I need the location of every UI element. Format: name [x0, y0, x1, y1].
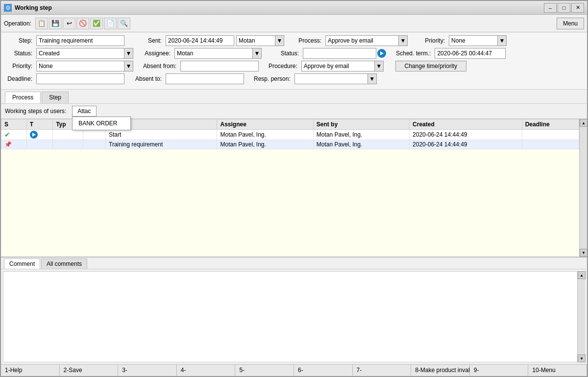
- row1-t: [26, 130, 53, 140]
- form-row-1: Step: Sent: ▼ Process: ▼ Priority: ▼: [5, 35, 583, 46]
- close-button[interactable]: ✕: [571, 3, 584, 13]
- toolbar-btn-4[interactable]: 🚫: [76, 18, 89, 29]
- row1-created: 2020-06-24 14:44:49: [410, 130, 522, 140]
- all-comments-tab[interactable]: All comments: [41, 259, 87, 269]
- row1-s: ✔: [1, 130, 27, 140]
- table-section: S T Typ Pt Name Assignee Sent by Created…: [1, 119, 587, 257]
- status-4[interactable]: 4-: [177, 365, 236, 376]
- col-created: Created: [410, 119, 522, 130]
- assignee-field: ▼: [174, 48, 262, 59]
- resp-person-input[interactable]: [294, 73, 368, 84]
- row2-s: 📌: [1, 140, 27, 149]
- scroll-track[interactable]: [580, 127, 587, 249]
- assignee-input[interactable]: [174, 48, 253, 59]
- absent-to-input[interactable]: [166, 73, 244, 84]
- row2-pt: [83, 140, 105, 149]
- priority-field: ▼: [449, 35, 507, 46]
- minimize-button[interactable]: –: [544, 3, 557, 13]
- row2-assignee: Motan Pavel, Ing.: [217, 140, 313, 149]
- menu-button[interactable]: Menu: [557, 18, 584, 29]
- status-6[interactable]: 6-: [294, 365, 353, 376]
- form-area: Step: Sent: ▼ Process: ▼ Priority: ▼ Sta…: [1, 32, 587, 90]
- comment-textarea[interactable]: [3, 271, 585, 362]
- comment-scroll-up[interactable]: ▲: [578, 271, 586, 279]
- procedure-input[interactable]: [301, 61, 375, 71]
- toolbar-btn-6[interactable]: 📄: [104, 18, 117, 29]
- status-input[interactable]: [36, 48, 124, 59]
- row2-deadline: [522, 140, 579, 149]
- row2-name: Training requirement: [106, 140, 217, 149]
- toolbar-btn-1[interactable]: 📋: [35, 18, 48, 29]
- check-icon: ✔: [4, 131, 10, 139]
- status-1-help[interactable]: 1-Help: [1, 365, 60, 376]
- attach-tab[interactable]: Attac: [72, 106, 96, 117]
- assignee-dropdown[interactable]: ▼: [253, 48, 262, 59]
- window-controls: – □ ✕: [544, 3, 584, 13]
- process-input[interactable]: [325, 35, 399, 46]
- change-time-priority-button[interactable]: Change time/priority: [395, 61, 466, 71]
- sent-user-input[interactable]: [236, 35, 275, 46]
- comment-scroll-track[interactable]: [578, 279, 585, 354]
- row2-t: [26, 140, 53, 149]
- table-row[interactable]: 📌 Training requirement Motan Pavel, Ing.…: [1, 140, 579, 149]
- scroll-down-button[interactable]: ▼: [580, 249, 587, 257]
- status-10-menu[interactable]: 10-Menu: [528, 365, 587, 376]
- comment-scroll-down[interactable]: ▼: [578, 354, 586, 362]
- play-icon: [30, 131, 38, 139]
- sent-date-input[interactable]: [166, 35, 234, 46]
- svg-marker-0: [380, 51, 384, 55]
- absent-from-input[interactable]: [180, 61, 259, 71]
- attach-tab-container: Attac BANK ORDER: [72, 106, 96, 117]
- assignee-label: Assignee:: [143, 50, 172, 57]
- sched-term-label: Sched. term.:: [396, 50, 433, 57]
- tab-process[interactable]: Process: [5, 92, 41, 103]
- row2-sent-by: Motan Pavel, Ing.: [313, 140, 409, 149]
- col-t: T: [26, 119, 53, 130]
- pin-icon: 📌: [4, 141, 12, 148]
- step-input[interactable]: [36, 35, 124, 46]
- status-dropdown[interactable]: ▼: [124, 48, 133, 59]
- col-sent-by: Sent by: [313, 119, 409, 130]
- priority-dropdown[interactable]: ▼: [498, 35, 507, 46]
- status-5[interactable]: 5-: [235, 365, 294, 376]
- status-2-save[interactable]: 2-Save: [60, 365, 119, 376]
- toolbar-btn-3[interactable]: ↩: [63, 18, 75, 29]
- priority2-input[interactable]: [36, 61, 124, 71]
- process-dropdown[interactable]: ▼: [399, 35, 408, 46]
- form-row-2: Status: ▼ Assignee: ▼ Status: Sched. ter…: [5, 48, 583, 59]
- status-8-make-product-invalid[interactable]: 8-Make product invalid: [411, 365, 470, 376]
- resp-person-dropdown[interactable]: ▼: [368, 73, 377, 84]
- sent-user-dropdown[interactable]: ▼: [275, 35, 284, 46]
- status-indicator[interactable]: [377, 49, 386, 58]
- tab-step[interactable]: Step: [42, 92, 69, 103]
- priority2-dropdown[interactable]: ▼: [124, 61, 133, 71]
- priority-input[interactable]: [449, 35, 498, 46]
- sched-term-input[interactable]: [435, 48, 506, 59]
- scroll-up-button[interactable]: ▲: [580, 119, 587, 127]
- comment-scrollbar: ▲ ▼: [577, 271, 585, 362]
- status2-input[interactable]: [303, 48, 376, 59]
- toolbar-btn-2[interactable]: 💾: [49, 18, 62, 29]
- status-3[interactable]: 3-: [118, 365, 177, 376]
- window-icon: ⚙: [4, 4, 12, 12]
- status-label: Status:: [5, 50, 34, 57]
- maximize-button[interactable]: □: [558, 3, 570, 13]
- comment-tab[interactable]: Comment: [4, 259, 40, 269]
- tabs-row: Process Step: [5, 90, 583, 103]
- procedure-dropdown[interactable]: ▼: [375, 61, 384, 71]
- sent-user-field: ▼: [236, 35, 284, 46]
- table-row[interactable]: ✔ Start Motan Pavel, Ing. Motan Pavel, I…: [1, 130, 579, 140]
- deadline-input[interactable]: [36, 73, 124, 84]
- main-content: Process Step Working steps of users: Att…: [1, 90, 587, 364]
- titlebar: ⚙ Working step – □ ✕: [1, 1, 587, 15]
- toolbar-btn-5[interactable]: ✅: [90, 18, 103, 29]
- table-inner[interactable]: S T Typ Pt Name Assignee Sent by Created…: [1, 119, 579, 257]
- toolbar-btn-7[interactable]: 🔍: [118, 18, 130, 29]
- status-7[interactable]: 7-: [353, 365, 412, 376]
- bank-order-item[interactable]: BANK ORDER: [73, 118, 130, 129]
- toolbar: Operation: 📋 💾 ↩ 🚫 ✅ 📄 🔍 Menu: [1, 15, 587, 32]
- status2-field: [303, 48, 386, 59]
- status-9[interactable]: 9-: [470, 365, 529, 376]
- sent-label: Sent:: [134, 37, 164, 44]
- process-label: Process:: [294, 37, 323, 44]
